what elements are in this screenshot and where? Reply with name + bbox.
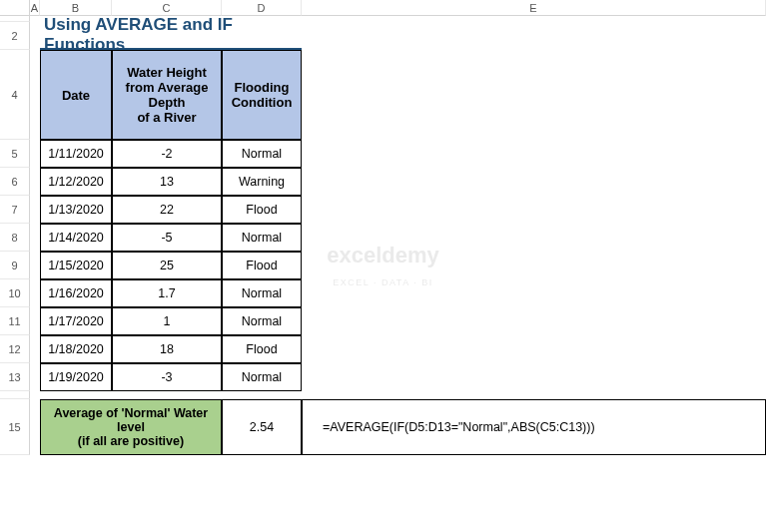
cell-condition[interactable]: Flood: [222, 252, 302, 279]
cell-condition[interactable]: Normal: [222, 224, 302, 252]
cell-height[interactable]: -2: [112, 140, 222, 168]
cell-date[interactable]: 1/19/2020: [40, 363, 112, 391]
col-head-d[interactable]: D: [222, 0, 302, 16]
cell-condition[interactable]: Flood: [222, 196, 302, 224]
cell-date[interactable]: 1/13/2020: [40, 196, 112, 224]
cell-height[interactable]: 22: [112, 196, 222, 224]
row-head-15[interactable]: 15: [0, 399, 30, 455]
row-head-10[interactable]: 10: [0, 279, 30, 307]
row-head-4[interactable]: 4: [0, 50, 30, 140]
spreadsheet-grid: A B C D E 2 4 5 6 7 8 9 10 11 12 13 15 U…: [0, 0, 766, 455]
cell-height[interactable]: 1: [112, 307, 222, 335]
cell-date[interactable]: 1/12/2020: [40, 168, 112, 196]
cell-height[interactable]: 1.7: [112, 279, 222, 307]
cell-date[interactable]: 1/18/2020: [40, 335, 112, 363]
row-head-13[interactable]: 13: [0, 363, 30, 391]
header-height[interactable]: Water Height from Average Depth of a Riv…: [112, 50, 222, 140]
cell-date[interactable]: 1/17/2020: [40, 307, 112, 335]
row-head-12[interactable]: 12: [0, 335, 30, 363]
cell-condition[interactable]: Normal: [222, 140, 302, 168]
cell-condition[interactable]: Normal: [222, 279, 302, 307]
row-gap-14: [0, 391, 30, 399]
header-date[interactable]: Date: [40, 50, 112, 140]
col-head-b[interactable]: B: [40, 0, 112, 16]
cell-condition[interactable]: Warning: [222, 168, 302, 196]
grid-corner: [0, 0, 30, 16]
col-head-e[interactable]: E: [302, 0, 766, 16]
col-head-a[interactable]: A: [30, 0, 40, 16]
row-head-5[interactable]: 5: [0, 140, 30, 168]
row-head-6[interactable]: 6: [0, 168, 30, 196]
row-head-2[interactable]: 2: [0, 22, 30, 50]
cell-date[interactable]: 1/11/2020: [40, 140, 112, 168]
cell-date[interactable]: 1/15/2020: [40, 252, 112, 279]
summary-value[interactable]: 2.54: [222, 399, 302, 455]
cell-date[interactable]: 1/14/2020: [40, 224, 112, 252]
row-head-11[interactable]: 11: [0, 307, 30, 335]
cell-height[interactable]: 13: [112, 168, 222, 196]
formula-display[interactable]: =AVERAGE(IF(D5:D13="Normal",ABS(C5:C13))…: [302, 399, 766, 455]
header-condition[interactable]: Flooding Condition: [222, 50, 302, 140]
summary-label[interactable]: Average of 'Normal' Water level (if all …: [40, 399, 222, 455]
cell-height[interactable]: -5: [112, 224, 222, 252]
page-title: Using AVERAGE and IF Functions: [40, 22, 302, 50]
cell-condition[interactable]: Normal: [222, 307, 302, 335]
cell-height[interactable]: 25: [112, 252, 222, 279]
cell-date[interactable]: 1/16/2020: [40, 279, 112, 307]
col-head-c[interactable]: C: [112, 0, 222, 16]
cell-height[interactable]: 18: [112, 335, 222, 363]
row-head-7[interactable]: 7: [0, 196, 30, 224]
cell-height[interactable]: -3: [112, 363, 222, 391]
cell-condition[interactable]: Flood: [222, 335, 302, 363]
cell-condition[interactable]: Normal: [222, 363, 302, 391]
row-head-9[interactable]: 9: [0, 252, 30, 279]
row-head-8[interactable]: 8: [0, 224, 30, 252]
